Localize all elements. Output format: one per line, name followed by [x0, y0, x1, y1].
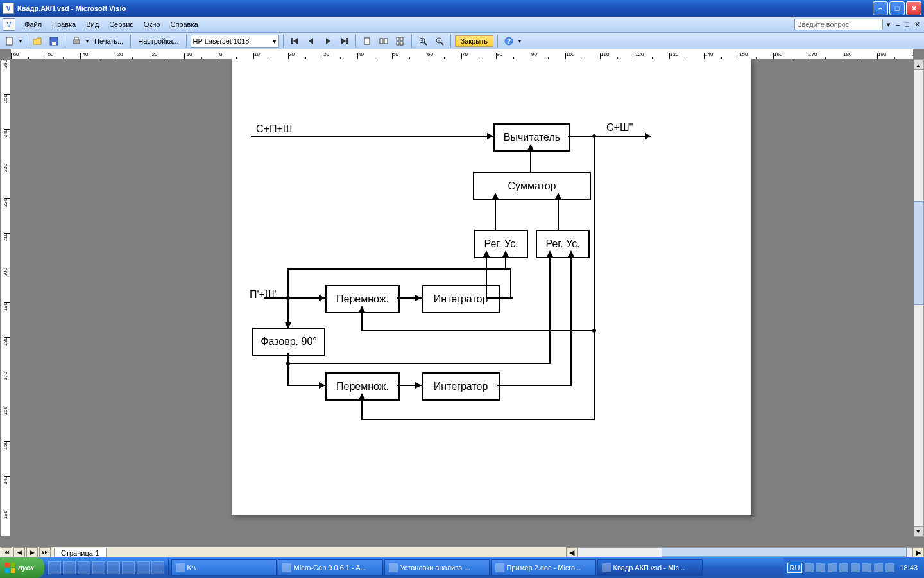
tray-icon-7[interactable] — [874, 563, 883, 572]
tab-nav-first[interactable]: ⏮ — [1, 547, 12, 557]
ql-icon-4[interactable] — [92, 561, 105, 574]
close-button[interactable]: ✕ — [906, 1, 921, 15]
svg-rect-0 — [6, 37, 12, 45]
minimize-button[interactable]: – — [873, 1, 888, 15]
ql-icon-7[interactable] — [137, 561, 150, 574]
menu-tools[interactable]: Сервис — [104, 19, 139, 30]
svg-rect-8 — [380, 39, 383, 44]
menubar: V Файл Правка Вид Сервис Окно Справка ▾ … — [0, 17, 924, 33]
svg-rect-2 — [52, 42, 56, 45]
tab-nav-next[interactable]: ▶ — [26, 547, 38, 557]
printer-select[interactable]: HP LaserJet 1018▾ — [191, 35, 279, 48]
summator-block[interactable]: Сумматор — [473, 172, 591, 200]
svg-rect-24 — [11, 563, 15, 567]
two-page-icon[interactable] — [377, 34, 391, 48]
last-page-icon[interactable] — [338, 34, 352, 48]
open-icon[interactable] — [30, 34, 44, 48]
svg-rect-4 — [74, 37, 78, 40]
svg-rect-10 — [397, 37, 399, 40]
doc-restore[interactable]: □ — [903, 21, 911, 28]
hscroll-track[interactable] — [578, 547, 912, 557]
multi-page-icon[interactable] — [393, 34, 407, 48]
phase-block[interactable]: Фазовр. 90° — [252, 328, 325, 356]
svg-rect-26 — [11, 568, 15, 573]
clock[interactable]: 18:43 — [897, 564, 920, 572]
ql-icon-8[interactable] — [151, 561, 164, 574]
zoom-out-icon[interactable] — [432, 34, 447, 48]
tab-nav-prev[interactable]: ◀ — [13, 547, 25, 557]
doc-minimize[interactable]: – — [894, 21, 901, 28]
ql-icon-6[interactable] — [122, 561, 135, 574]
hscroll-thumb[interactable] — [662, 548, 907, 557]
new-dropdown-icon[interactable]: ▾ — [19, 39, 22, 44]
language-indicator[interactable]: RU — [787, 563, 803, 573]
menu-window[interactable]: Окно — [139, 19, 166, 30]
page-tab-1[interactable]: Страница-1 — [54, 548, 107, 557]
drawing-page[interactable]: С+П+Ш С+Ш'' П'+Ш' Вычитатель Сумматор Ре… — [232, 59, 751, 515]
maximize-button[interactable]: □ — [889, 1, 905, 15]
svg-line-19 — [441, 42, 443, 45]
save-icon[interactable] — [47, 34, 61, 48]
canvas-area[interactable]: С+П+Ш С+Ш'' П'+Ш' Вычитатель Сумматор Ре… — [10, 59, 914, 537]
task-primer[interactable]: Пример 2.doc - Micro... — [491, 559, 596, 576]
quick-launch — [44, 559, 169, 577]
ql-icon-5[interactable] — [107, 561, 120, 574]
setup-label-button[interactable]: Настройка... — [135, 35, 182, 47]
integrator-block-1[interactable]: Интегратор — [422, 285, 500, 313]
ql-icon-1[interactable] — [48, 561, 61, 574]
menu-view[interactable]: Вид — [81, 19, 104, 30]
output-label: С+Ш'' — [606, 122, 633, 134]
zoom-in-icon[interactable] — [416, 34, 430, 48]
tray-icon-6[interactable] — [862, 563, 871, 572]
hscroll-left[interactable]: ◀ — [566, 547, 578, 557]
hscroll-right[interactable]: ▶ — [912, 547, 924, 557]
svg-rect-7 — [364, 38, 370, 44]
svg-rect-23 — [5, 563, 10, 567]
word-icon — [495, 563, 504, 572]
svg-rect-12 — [397, 42, 399, 45]
new-doc-icon[interactable] — [3, 34, 17, 48]
next-page-icon[interactable] — [321, 34, 335, 48]
help-icon[interactable]: ? — [502, 34, 516, 48]
task-k[interactable]: K:\ — [171, 559, 277, 576]
regamp-block-1[interactable]: Рег. Ус. — [474, 230, 528, 258]
menu-help[interactable]: Справка — [165, 19, 203, 30]
tab-nav-last[interactable]: ⏭ — [39, 547, 51, 557]
system-menu-icon[interactable]: V — [3, 18, 15, 31]
vertical-scrollbar[interactable]: ▴ ▾ — [912, 59, 924, 537]
first-page-icon[interactable] — [287, 34, 302, 48]
ql-icon-3[interactable] — [78, 561, 90, 574]
print-label-button[interactable]: Печать... — [91, 35, 126, 47]
svg-text:?: ? — [507, 38, 511, 45]
svg-rect-3 — [73, 40, 80, 44]
task-kvadr[interactable]: Квадр.АКП.vsd - Mic... — [597, 559, 703, 576]
visio-app-icon: V — [3, 3, 14, 14]
print-icon[interactable] — [69, 34, 83, 48]
close-preview-button[interactable]: Закрыть — [455, 35, 493, 47]
start-button[interactable]: пуск — [0, 557, 44, 578]
regamp-block-2[interactable]: Рег. Ус. — [536, 230, 590, 258]
ask-dropdown-icon[interactable]: ▾ — [886, 21, 892, 29]
svg-rect-11 — [400, 37, 403, 40]
tray-icon-5[interactable] — [851, 563, 860, 572]
svg-rect-9 — [384, 39, 388, 44]
tray-icon-1[interactable] — [805, 563, 814, 572]
print-dropdown-icon[interactable]: ▾ — [86, 39, 89, 44]
doc-close[interactable]: ✕ — [913, 21, 921, 29]
tray-icon-3[interactable] — [828, 563, 837, 572]
tray-icon-2[interactable] — [816, 563, 825, 572]
prev-page-icon[interactable] — [304, 34, 318, 48]
tray-icon-4[interactable] — [839, 563, 848, 572]
menu-edit[interactable]: Правка — [47, 19, 81, 30]
ql-icon-2[interactable] — [63, 561, 76, 574]
ask-question-input[interactable] — [794, 19, 883, 30]
toolbar-options-icon[interactable]: ▾ — [518, 39, 521, 44]
single-page-icon[interactable] — [360, 34, 374, 48]
task-microcap[interactable]: Micro-Cap 9.0.6.1 - A... — [278, 559, 383, 576]
svg-line-15 — [424, 42, 427, 45]
integrator-block-2[interactable]: Интегратор — [422, 372, 500, 401]
task-ustanov[interactable]: Установки анализа ... — [384, 559, 490, 576]
tray-icon-8[interactable] — [886, 563, 894, 572]
menu-file[interactable]: Файл — [19, 19, 47, 30]
workspace: -60-50-40-30-20-100102030405060708090100… — [0, 49, 924, 547]
